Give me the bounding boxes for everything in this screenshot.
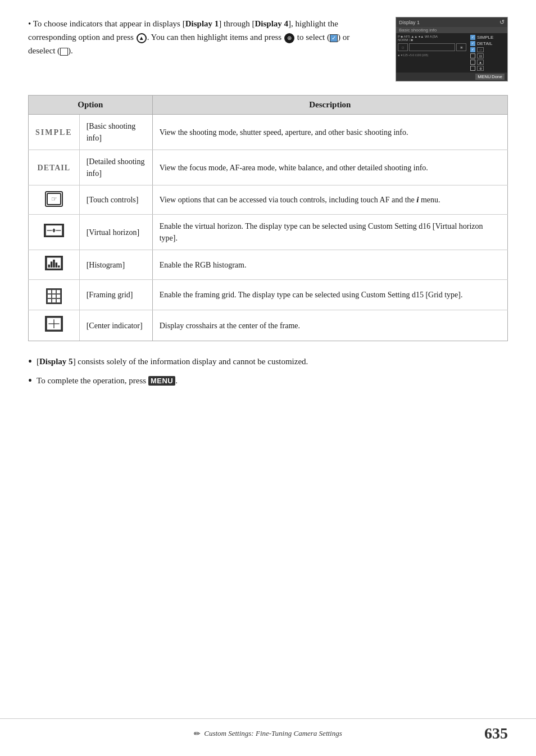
framing-grid-icon bbox=[46, 288, 62, 304]
center-name-bold: Center indicator bbox=[89, 322, 140, 330]
bullet-item-1: • [Display 5] consists solely of the inf… bbox=[28, 355, 508, 368]
menu-item-icon2: ⊟ bbox=[469, 53, 506, 59]
grid-cell bbox=[56, 298, 61, 303]
display-title: Display 1 bbox=[399, 20, 420, 25]
detail-bracket-close: ] bbox=[99, 169, 102, 178]
svg-rect-9 bbox=[51, 261, 53, 268]
touch-name-cell: [Touch controls] bbox=[79, 185, 152, 215]
grid-cell bbox=[47, 298, 52, 303]
refresh-icon: ↺ bbox=[499, 19, 505, 26]
detail-name-bold: Detailed shooting info bbox=[87, 157, 145, 178]
svg-rect-12 bbox=[58, 265, 60, 268]
camera-bottom-bar: MENU Done bbox=[396, 73, 507, 81]
bullet-item-2: • To complete the operation, press MENU. bbox=[28, 374, 508, 387]
grid-cell bbox=[47, 289, 52, 294]
framing-desc-cell: Enable the framing grid. The display typ… bbox=[152, 280, 507, 310]
bullet-text-1: [Display 5] consists solely of the infor… bbox=[37, 355, 308, 368]
touch-name-bold: Touch controls bbox=[89, 196, 135, 204]
display-header: Display 1 ↺ bbox=[396, 17, 507, 27]
touch-svg: ☞ bbox=[47, 193, 61, 205]
touch-icon-small: ☞ bbox=[477, 47, 484, 52]
horizon-icon-cell bbox=[29, 215, 80, 250]
display-subtitle: Basic shooting info bbox=[396, 27, 507, 33]
svg-rect-8 bbox=[48, 265, 50, 268]
table-row: [Framing grid] Enable the framing grid. … bbox=[29, 280, 508, 310]
histogram-name-cell: [Histogram] bbox=[79, 250, 152, 280]
footer-section-text: Custom Settings: Fine-Tuning Camera Sett… bbox=[204, 729, 342, 738]
simple-desc-cell: View the shooting mode, shutter speed, a… bbox=[152, 115, 507, 150]
grid-cell bbox=[52, 289, 56, 294]
pencil-icon: ✏ bbox=[194, 729, 201, 739]
center-icon-cell bbox=[29, 310, 80, 341]
simple-description: View the shooting mode, shutter speed, a… bbox=[160, 128, 408, 137]
grid-type-bold: Grid type bbox=[428, 291, 458, 299]
grid-cell bbox=[56, 289, 61, 294]
touch-bracket-close: ] bbox=[136, 196, 139, 204]
camera-info-row: ■ ▼125 +5.6 ±100 |165| bbox=[398, 53, 466, 57]
unchecked-box-icon bbox=[60, 48, 68, 56]
simple-name-bold: Basic shooting info bbox=[87, 122, 136, 142]
header-option: Option bbox=[29, 96, 153, 115]
bullet-section: • [Display 5] consists solely of the inf… bbox=[28, 355, 508, 387]
horizon-bracket-close: ] bbox=[137, 228, 139, 237]
bullet-text-2: To complete the operation, press MENU. bbox=[37, 374, 178, 387]
center-svg bbox=[46, 316, 62, 332]
nav-button-icon: ▲ bbox=[137, 33, 147, 43]
histogram-bracket-close: ] bbox=[122, 261, 125, 269]
horizon-svg bbox=[45, 224, 63, 237]
cam-btn1: ◻ bbox=[398, 43, 408, 51]
icon4-checkbox bbox=[470, 66, 475, 71]
menu-label-button: MENU bbox=[148, 376, 175, 386]
display-right-panel: SIMPLE DETAIL ☞ ⊟ bbox=[468, 33, 507, 73]
menu-item-icon1: ☞ bbox=[469, 47, 506, 53]
menu-item-detail: DETAIL bbox=[469, 40, 506, 47]
menu-item-simple: SIMPLE bbox=[469, 34, 506, 40]
simple-icon: SIMPLE bbox=[35, 128, 72, 137]
icon3-checkbox bbox=[470, 60, 475, 65]
table-row: [Center indicator] Display crosshairs at… bbox=[29, 310, 508, 341]
done-text: Done bbox=[492, 74, 502, 79]
icon1-checkbox bbox=[470, 47, 475, 52]
table-row: ☞ [Touch controls] View options that can… bbox=[29, 185, 508, 215]
detail-icon-cell: DETAIL bbox=[29, 150, 80, 185]
histogram-svg bbox=[46, 256, 62, 270]
page-number: 635 bbox=[484, 725, 508, 743]
horizon-name-cell: [Virtual horizon] bbox=[79, 215, 152, 250]
center-indicator-icon bbox=[45, 316, 63, 332]
detail-description: View the focus mode, AF-area mode, white… bbox=[160, 164, 428, 172]
touch-controls-icon: ☞ bbox=[45, 191, 63, 207]
detail-icon: DETAIL bbox=[38, 164, 71, 172]
i-menu-icon: i bbox=[416, 195, 419, 204]
cam-display-area bbox=[409, 43, 455, 51]
display-body: P ■ AF5 ▲▲ ●▲ WI A [5ANORM □■ ◻ ▣ ■ ▼125… bbox=[396, 33, 507, 73]
svg-rect-10 bbox=[53, 260, 55, 268]
header-description: Description bbox=[152, 96, 507, 115]
detail-name-cell: [Detailed shooting info] bbox=[79, 150, 152, 185]
table-row: [Virtual horizon] Enable the virtual hor… bbox=[29, 215, 508, 250]
camera-display-mockup: Display 1 ↺ Basic shooting info P ■ AF5 … bbox=[396, 17, 508, 82]
grid-cell bbox=[52, 294, 56, 298]
menu-item-icon3: ▲ bbox=[469, 59, 506, 65]
horizon-type-bold: Virtual horizon type bbox=[160, 222, 483, 242]
touch-icon-cell: ☞ bbox=[29, 185, 80, 215]
menu-done-button: MENU Done bbox=[475, 74, 505, 80]
simple-icon-cell: SIMPLE bbox=[29, 115, 80, 150]
histogram-desc-cell: Enable the RGB histogram. bbox=[152, 250, 507, 280]
table-row: SIMPLE [Basic shooting info] View the sh… bbox=[29, 115, 508, 150]
menu-item-icon4: ⊕ bbox=[469, 65, 506, 71]
center-bracket-close: ] bbox=[140, 322, 143, 330]
detail-checkbox bbox=[470, 41, 475, 46]
touch-desc-cell: View options that can be accessed via to… bbox=[152, 185, 507, 215]
center-desc-cell: Display crosshairs at the center of the … bbox=[152, 310, 507, 341]
bullet-dot-1: • bbox=[28, 355, 32, 368]
display-left-panel: P ■ AF5 ▲▲ ●▲ WI A [5ANORM □■ ◻ ▣ ■ ▼125… bbox=[396, 33, 468, 73]
histogram-name-bold: Histogram bbox=[89, 261, 122, 269]
framing-name-cell: [Framing grid] bbox=[79, 280, 152, 310]
simple-label: SIMPLE bbox=[477, 35, 493, 40]
display5-ref: Display 5 bbox=[39, 357, 73, 366]
grid-cell bbox=[52, 298, 56, 303]
histogram-icon-small: ▲ bbox=[477, 60, 484, 65]
camera-controls-row: ◻ ▣ bbox=[398, 43, 466, 51]
framing-bracket-close: ] bbox=[130, 291, 133, 299]
histogram-icon-cell bbox=[29, 250, 80, 280]
